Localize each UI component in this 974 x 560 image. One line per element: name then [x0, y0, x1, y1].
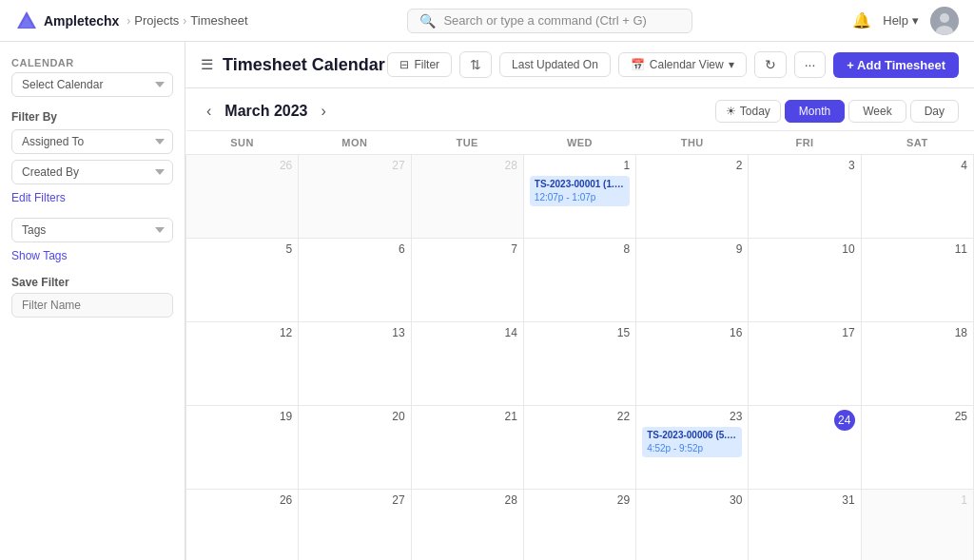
calendar-cell: 2	[636, 155, 749, 239]
calendar-nav-buttons: ‹ March 2023 ›	[201, 101, 332, 122]
help-button[interactable]: Help ▾	[883, 13, 919, 28]
calendar-cell: 16	[636, 322, 749, 406]
calendar-day-number: 15	[530, 326, 630, 339]
today-button[interactable]: ☀ Today	[715, 100, 781, 123]
calendar-cell: 29	[523, 490, 635, 561]
calendar-week-row: 2627282930311	[186, 490, 974, 561]
calendar-day-header: FRI	[749, 131, 861, 155]
filter-button[interactable]: ⊟ Filter	[387, 52, 452, 77]
calendar-day-number: 2	[642, 159, 742, 172]
day-view-button[interactable]: Day	[910, 100, 959, 123]
avatar-image	[930, 7, 959, 35]
search-icon: 🔍	[419, 13, 436, 29]
calendar-day-number: 21	[418, 410, 517, 423]
calendar-cell: 12	[186, 322, 299, 406]
calendar-cell: 25	[861, 406, 973, 490]
logo-text: Ampletechx	[44, 13, 119, 29]
calendar-cell: 7	[411, 239, 523, 322]
breadcrumb: › Projects › Timesheet	[127, 13, 247, 28]
calendar-event[interactable]: TS-2023-00001 (1.0...12:07p - 1:07p	[530, 176, 630, 206]
calendar-day-header: MON	[299, 131, 411, 155]
more-options-button[interactable]: ···	[794, 51, 827, 78]
calendar-cell: 22	[523, 406, 635, 490]
top-navigation: Ampletechx › Projects › Timesheet 🔍 Sear…	[0, 0, 974, 42]
calendar-select[interactable]: Select Calendar	[11, 72, 173, 97]
calendar-day-number: 24	[834, 410, 855, 431]
calendar-cell: 28	[411, 490, 523, 561]
calendar-cell: 17	[749, 322, 861, 406]
save-filter-label: Save Filter	[11, 276, 173, 289]
search-box[interactable]: 🔍 Search or type a command (Ctrl + G)	[407, 9, 692, 33]
breadcrumb-timesheet[interactable]: Timesheet	[190, 13, 247, 28]
calendar-day-number: 27	[304, 493, 404, 507]
calendar-cell: 14	[411, 322, 523, 406]
calendar-day-number: 27	[304, 159, 404, 172]
calendar-next-button[interactable]: ›	[316, 101, 332, 122]
ellipsis-icon: ···	[805, 57, 816, 72]
calendar-month-year: March 2023	[224, 103, 307, 120]
chevron-icon: ▾	[729, 58, 734, 71]
calendar-day-number: 6	[304, 242, 404, 256]
calendar-view-buttons: ☀ Today Month Week Day	[715, 100, 959, 123]
breadcrumb-projects[interactable]: Projects	[134, 13, 179, 28]
calendar-cell: 26	[186, 490, 299, 561]
header-actions: ⊟ Filter ⇅ Last Updated On 📅 Calendar Vi…	[387, 51, 959, 78]
calendar-day-header: THU	[636, 131, 749, 155]
filter-by-section: Filter By Assigned To Created By Edit Fi…	[11, 110, 173, 204]
calendar-icon: 📅	[631, 58, 645, 71]
calendar-day-header: SAT	[861, 131, 973, 155]
calendar-day-number: 28	[418, 493, 517, 507]
calendar-day-number: 5	[192, 242, 292, 256]
search-container: 🔍 Search or type a command (Ctrl + G)	[256, 9, 846, 33]
event-title: TS-2023-00001 (1.0...	[535, 178, 625, 191]
calendar-cell: 24	[749, 406, 861, 490]
notifications-button[interactable]: 🔔	[852, 11, 871, 29]
week-view-button[interactable]: Week	[848, 100, 906, 123]
calendar-day-number: 25	[867, 410, 967, 423]
add-timesheet-button[interactable]: + Add Timesheet	[833, 52, 959, 78]
svg-point-3	[940, 13, 949, 23]
tags-select[interactable]: Tags	[11, 218, 173, 242]
hamburger-icon[interactable]: ☰	[201, 56, 213, 73]
chevron-down-icon: ▾	[912, 13, 919, 28]
calendar-day-number: 9	[642, 242, 742, 256]
calendar-header-row: SUNMONTUEWEDTHUFRISAT	[186, 131, 974, 155]
calendar-day-number: 11	[867, 242, 967, 256]
calendar-cell: 8	[523, 239, 635, 322]
calendar-event[interactable]: TS-2023-00006 (5.0...4:52p - 9:52p	[642, 427, 742, 457]
sort-button[interactable]: ⇅	[459, 51, 492, 78]
assigned-to-select[interactable]: Assigned To	[11, 129, 173, 154]
calendar-area: ‹ March 2023 › ☀ Today Month Week Day SU…	[185, 88, 974, 560]
created-by-select[interactable]: Created By	[11, 160, 173, 184]
sun-icon: ☀	[726, 105, 736, 118]
calendar-day-number: 19	[192, 410, 292, 423]
calendar-section: Calendar Select Calendar	[11, 57, 173, 97]
calendar-day-number: 4	[867, 159, 967, 172]
calendar-prev-button[interactable]: ‹	[201, 101, 217, 122]
logo[interactable]: Ampletechx	[15, 10, 119, 32]
calendar-view-button[interactable]: 📅 Calendar View ▾	[618, 52, 747, 77]
header-bar: ☰ Timesheet Calendar ⊟ Filter ⇅ Last Upd…	[185, 42, 974, 88]
edit-filters-link[interactable]: Edit Filters	[11, 191, 66, 204]
calendar-cell: 4	[861, 155, 973, 239]
event-time: 12:07p - 1:07p	[535, 191, 625, 204]
refresh-button[interactable]: ↻	[754, 51, 787, 78]
calendar-day-number: 30	[642, 493, 742, 507]
calendar-day-number: 17	[754, 326, 854, 339]
calendar-nav: ‹ March 2023 › ☀ Today Month Week Day	[185, 88, 974, 130]
calendar-day-number: 12	[192, 326, 292, 339]
filter-name-input[interactable]	[11, 293, 173, 318]
calendar-cell: 15	[523, 322, 635, 406]
calendar-cell: 21	[411, 406, 523, 490]
calendar-day-header: SUN	[186, 131, 299, 155]
calendar-cell: 26	[186, 155, 299, 239]
show-tags-link[interactable]: Show Tags	[11, 249, 67, 262]
sort-icon: ⇅	[470, 57, 481, 72]
last-updated-button[interactable]: Last Updated On	[499, 52, 611, 77]
month-view-button[interactable]: Month	[785, 100, 845, 123]
calendar-grid: SUNMONTUEWEDTHUFRISAT 2627281TS-2023-000…	[185, 130, 974, 560]
calendar-cell: 27	[299, 490, 411, 561]
calendar-cell: 3	[749, 155, 861, 239]
avatar[interactable]	[930, 7, 959, 35]
calendar-day-number: 28	[418, 159, 517, 172]
